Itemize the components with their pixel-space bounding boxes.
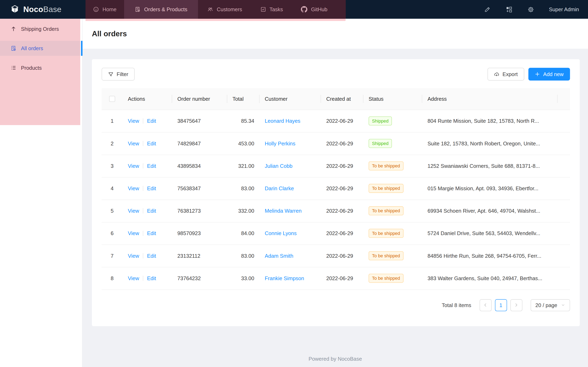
view-link[interactable]: View: [128, 230, 139, 236]
view-link[interactable]: View: [128, 141, 139, 146]
order-number-cell: 74829847: [172, 132, 227, 155]
table-row: 6 ViewEdit 98570923 84.00 Connie Lyons 2…: [102, 222, 570, 244]
cloud-download-icon: [494, 71, 500, 77]
add-new-button[interactable]: Add new: [528, 68, 570, 80]
table-row: 3 ViewEdit 43895834 321.00 Julian Cobb 2…: [102, 155, 570, 177]
edit-link[interactable]: Edit: [147, 230, 156, 236]
select-all-checkbox[interactable]: [109, 96, 115, 102]
nav-item-orders-products[interactable]: Orders & Products: [124, 0, 198, 19]
sidebar-item-products[interactable]: Products: [0, 60, 82, 75]
settings-gear-icon[interactable]: [527, 6, 535, 13]
table-toolbar: Filter Export: [92, 59, 580, 88]
view-link[interactable]: View: [128, 275, 139, 281]
customer-link[interactable]: Leonard Hayes: [265, 118, 300, 124]
order-number-cell: 98570923: [172, 222, 227, 244]
customer-link[interactable]: Connie Lyons: [265, 230, 297, 236]
nocobase-logo[interactable]: NocoBase: [0, 0, 86, 19]
address-cell: Suite 182, 15783, North Robert, Oregon, …: [422, 132, 558, 155]
edit-link[interactable]: Edit: [147, 118, 156, 124]
content-area: Filter Export: [82, 49, 588, 367]
sidebar-menu: Shipping Orders All orders: [0, 19, 82, 75]
filter-funnel-icon: [108, 71, 114, 77]
menu-highlight-underline: [86, 19, 346, 21]
status-badge: To be shipped: [369, 274, 403, 283]
view-link[interactable]: View: [128, 185, 139, 191]
col-header-address: Address: [422, 88, 558, 110]
page-title: All orders: [92, 29, 127, 38]
nav-item-customers[interactable]: Customers: [198, 0, 251, 19]
view-link[interactable]: View: [128, 253, 139, 259]
app: NocoBase Home: [0, 0, 588, 367]
status-badge: To be shipped: [369, 251, 403, 260]
table-row: 4 ViewEdit 75638347 83.00 Darin Clarke 2…: [102, 177, 570, 200]
arrow-up-icon: [10, 26, 16, 32]
nav-item-github[interactable]: GitHub: [292, 0, 337, 19]
edit-link[interactable]: Edit: [147, 141, 156, 146]
address-cell: 1252 Swaniawski Corners, Suite 688, 8137…: [422, 155, 558, 177]
plugin-manager-icon[interactable]: [506, 6, 513, 13]
table-row: 8 ViewEdit 73764232 33.00 Frankie Simpso…: [102, 267, 570, 290]
customer-link[interactable]: Julian Cobb: [265, 163, 293, 169]
action-divider: [143, 163, 143, 169]
nav-item-home[interactable]: Home: [86, 0, 124, 19]
view-link[interactable]: View: [128, 163, 139, 169]
order-number-cell: 43895834: [172, 155, 227, 177]
col-header-order-number: Order number: [172, 88, 227, 110]
action-divider: [143, 141, 143, 146]
navbar-right: Super Admin: [484, 0, 588, 19]
status-badge: Shipped: [369, 117, 392, 125]
action-divider: [143, 276, 143, 281]
edit-link[interactable]: Edit: [147, 275, 156, 281]
user-menu[interactable]: Super Admin: [549, 6, 579, 12]
powered-by-footer: Powered by NocoBase: [82, 356, 588, 362]
row-index: 6: [102, 222, 123, 244]
row-index: 5: [102, 200, 123, 222]
order-number-cell: 23132112: [172, 244, 227, 267]
sidebar-item-shipping-orders[interactable]: Shipping Orders: [0, 21, 82, 36]
row-index: 8: [102, 267, 123, 290]
main-menu: Home Orders & Products: [86, 0, 346, 19]
ui-editor-icon[interactable]: [484, 6, 491, 13]
table-header-row: Actions Order number Total Customer Crea…: [102, 88, 570, 110]
edit-link[interactable]: Edit: [147, 208, 156, 214]
col-header-actions: Actions: [123, 88, 172, 110]
next-page-button[interactable]: [510, 299, 522, 311]
list-icon: [10, 65, 16, 71]
total-cell: 85.34: [227, 110, 259, 132]
view-link[interactable]: View: [128, 208, 139, 214]
total-cell: 84.00: [227, 222, 259, 244]
prev-page-button[interactable]: [479, 299, 492, 311]
total-cell: 321.00: [227, 155, 259, 177]
page-1-button[interactable]: 1: [495, 299, 507, 311]
customer-link[interactable]: Adam Smith: [265, 253, 293, 259]
smile-icon: [93, 6, 99, 12]
customer-link[interactable]: Darin Clarke: [265, 185, 294, 191]
address-cell: 84856 Hirthe Run, Suite 268, 94754-6705,…: [422, 244, 558, 267]
nav-item-tasks[interactable]: Tasks: [251, 0, 292, 19]
view-link[interactable]: View: [128, 118, 139, 124]
plus-icon: [535, 71, 540, 77]
address-cell: 383 Walter Gardens, Suite 040, 24947, Be…: [422, 267, 558, 290]
row-index: 1: [102, 110, 123, 132]
edit-link[interactable]: Edit: [147, 253, 156, 259]
orders-table-card: Filter Export: [92, 59, 580, 326]
col-header-customer: Customer: [259, 88, 321, 110]
edit-link[interactable]: Edit: [147, 163, 156, 169]
order-number-cell: 73764232: [172, 267, 227, 290]
sidebar-item-all-orders[interactable]: All orders: [0, 41, 80, 56]
created-at-cell: 2022-06-29: [321, 155, 363, 177]
created-at-cell: 2022-06-29: [321, 177, 363, 200]
address-cell: 015 Margie Mission, Apt. 093, 34936, Ebe…: [422, 177, 558, 200]
customer-link[interactable]: Holly Perkins: [265, 141, 295, 146]
page-size-select[interactable]: 20 / page: [530, 299, 570, 311]
edit-link[interactable]: Edit: [147, 185, 156, 191]
page-header: All orders: [82, 19, 588, 49]
export-button[interactable]: Export: [488, 68, 524, 80]
filter-button[interactable]: Filter: [102, 68, 135, 80]
row-index: 4: [102, 177, 123, 200]
customer-link[interactable]: Melinda Warren: [265, 208, 302, 214]
order-number-cell: 38475647: [172, 110, 227, 132]
col-header-created-at: Created at: [321, 88, 363, 110]
customer-link[interactable]: Frankie Simpson: [265, 275, 304, 281]
total-cell: 453.00: [227, 132, 259, 155]
